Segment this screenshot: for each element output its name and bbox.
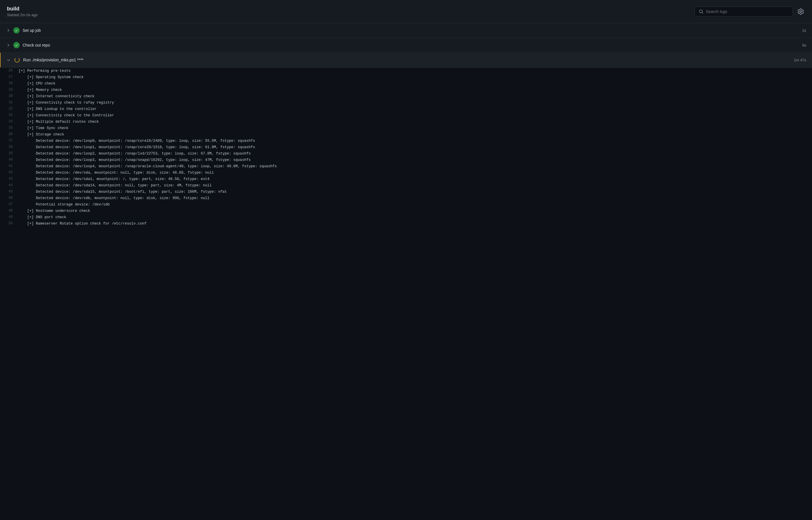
search-box[interactable] [695,7,793,17]
header-right [695,7,805,17]
line-number: 48 [3,208,19,214]
log-line: 26[+] Performing pre-tests [0,68,812,74]
line-number: 27 [3,74,19,80]
line-content: [+] Multiple default routes check [19,119,809,125]
line-number: 40 [3,157,19,163]
line-content: [+] DNS Lookup to the controller [19,106,809,112]
line-content: [+] Operating System check [19,74,809,80]
line-content: [+] Connectivity check to rafay registry [19,100,809,106]
log-line: 28 [+] CPU check [0,80,812,87]
log-line: 35 [+] Time Sync check [0,125,812,131]
log-line: 49 [+] DNS port check [0,214,812,220]
line-content: [+] Nameserver Rotate option check for /… [19,221,809,227]
line-number: 32 [3,106,19,112]
line-content: Detected device: /dev/sda14, mountpoint:… [19,183,809,188]
log-line: 30 [+] Internet connectivity check [0,93,812,100]
log-line: 31 [+] Connectivity check to rafay regis… [0,100,812,106]
line-number: 47 [3,202,19,207]
settings-button[interactable] [796,7,805,16]
line-number: 34 [3,119,19,125]
log-line: 34 [+] Multiple default routes check [0,119,812,125]
check-icon [15,29,18,32]
line-number: 44 [3,183,19,188]
step-setup-job[interactable]: Set up job 2s [0,23,812,38]
line-content: [+] CPU check [19,81,809,86]
step-run-provision-label: Run ./mks/provision_mks.ps1 **** [23,58,791,62]
chevron-down-icon [6,58,11,62]
log-line: 48 [+] Hostname underscore check [0,208,812,214]
header: build Started 2m 0s ago [0,0,812,23]
log-line: 36 [+] Storage check [0,131,812,138]
line-number: 37 [3,138,19,144]
line-number: 45 [3,189,19,195]
line-number: 38 [3,145,19,150]
steps-container: Set up job 2s Check out repo 9s Run ./mk… [0,23,812,68]
line-content: [+] Connectivity check to the Controller [19,112,809,119]
line-number: 42 [3,170,19,176]
header-left: build Started 2m 0s ago [7,6,37,17]
search-icon [699,9,704,14]
log-line: 46 Detected device: /dev/sdb, mountpoint… [0,195,812,201]
line-content: Detected device: /dev/loop3, mountpoint:… [19,157,809,163]
line-content: [+] Memory check [19,87,809,93]
check-icon-2 [15,44,18,47]
step-checkout-repo[interactable]: Check out repo 9s [0,38,812,53]
status-success-icon [13,27,20,33]
page-title: build [7,6,37,12]
log-line: 32 [+] DNS Lookup to the controller [0,106,812,112]
log-line: 37 Detected device: /dev/loop0, mountpoi… [0,138,812,144]
step-run-provision[interactable]: Run ./mks/provision_mks.ps1 **** 1m 47s [0,53,812,68]
log-line: 47 Potential storage device: /dev/sdb [0,201,812,208]
log-line: 45 Detected device: /dev/sda15, mountpoi… [0,189,812,195]
line-number: 36 [3,132,19,137]
line-content: Detected device: /dev/sda1, mountpoint: … [19,176,809,182]
line-content: [+] DNS port check [19,214,809,220]
step-setup-job-label: Set up job [23,28,799,33]
log-line: 27 [+] Operating System check [0,74,812,80]
gear-icon [797,8,804,15]
chevron-right-icon-2 [6,43,10,48]
line-number: 43 [3,176,19,182]
line-content: [+] Time Sync check [19,125,809,131]
status-success-icon-2 [13,42,20,48]
line-number: 35 [3,125,19,131]
line-number: 30 [3,94,19,99]
line-content: Detected device: /dev/loop4, mountpoint:… [19,163,809,169]
log-line: 38 Detected device: /dev/loop1, mountpoi… [0,144,812,151]
line-number: 39 [3,151,19,157]
line-number: 49 [3,214,19,220]
step-run-provision-duration: 1m 47s [794,58,806,62]
page-subtitle: Started 2m 0s ago [7,13,37,17]
line-content: Detected device: /dev/loop0, mountpoint:… [19,138,809,144]
line-content: Potential storage device: /dev/sdb [19,202,809,207]
log-line: 42 Detected device: /dev/sda, mountpoint… [0,170,812,176]
log-line: 44 Detected device: /dev/sda14, mountpoi… [0,182,812,189]
log-line: 41 Detected device: /dev/loop4, mountpoi… [0,163,812,170]
line-number: 26 [3,68,19,74]
line-content: [+] Storage check [19,132,809,137]
line-content: Detected device: /dev/sda, mountpoint: n… [19,170,809,176]
line-number: 33 [3,112,19,119]
line-content: [+] Performing pre-tests [19,68,809,74]
line-content: [+] Internet connectivity check [19,94,809,99]
log-line: 33 [+] Connectivity check to the Control… [0,112,812,119]
chevron-right-icon [6,28,10,33]
line-content: Detected device: /dev/sdb, mountpoint: n… [19,195,809,201]
line-number: 41 [3,163,19,169]
search-input[interactable] [706,9,789,14]
line-content: Detected device: /dev/sda15, mountpoint:… [19,189,809,195]
line-number: 28 [3,81,19,86]
step-checkout-repo-label: Check out repo [23,43,799,48]
step-setup-job-duration: 2s [802,28,806,33]
line-content: [+] Hostname underscore check [19,208,809,214]
step-checkout-repo-duration: 9s [802,43,806,48]
status-running-icon [14,57,20,63]
log-line: 43 Detected device: /dev/sda1, mountpoin… [0,176,812,182]
log-line: 29 [+] Memory check [0,87,812,93]
line-number: 31 [3,100,19,106]
line-number: 50 [3,221,19,227]
line-content: Detected device: /dev/loop1, mountpoint:… [19,145,809,150]
log-container: 26[+] Performing pre-tests27 [+] Operati… [0,68,812,513]
log-line: 40 Detected device: /dev/loop3, mountpoi… [0,157,812,163]
log-line: 50 [+] Nameserver Rotate option check fo… [0,220,812,227]
